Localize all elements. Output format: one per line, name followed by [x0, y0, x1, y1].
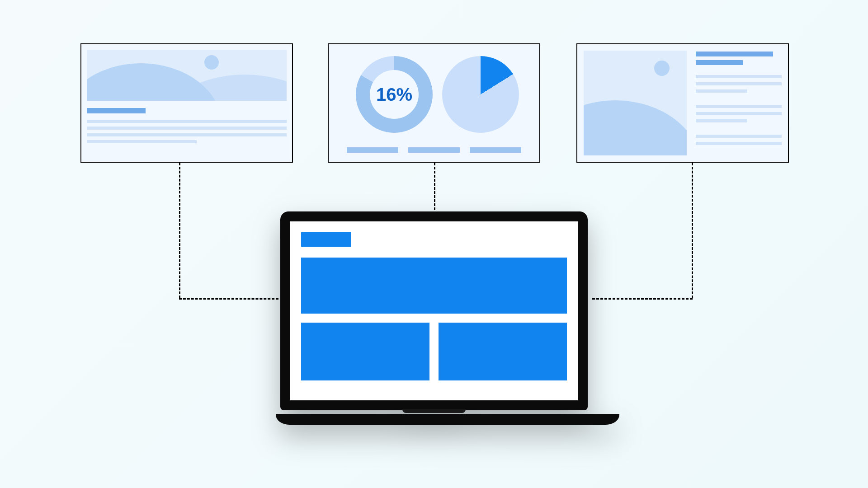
title-placeholder [87, 108, 146, 113]
donut-chart: 16% [356, 56, 433, 133]
connector-line [179, 298, 278, 300]
screen-row [301, 323, 567, 380]
stat-bar [347, 147, 398, 153]
pie-chart [442, 56, 519, 133]
hero-image-placeholder [87, 50, 287, 101]
heading-placeholder [696, 52, 773, 56]
landscape-shape [584, 100, 687, 155]
connector-line [179, 163, 180, 298]
sun-icon [204, 55, 219, 70]
connector-line [692, 163, 693, 298]
card-two-column [576, 43, 789, 163]
image-placeholder [584, 51, 687, 155]
donut-center-label: 16% [370, 70, 419, 119]
card-article [80, 43, 293, 163]
connector-line [434, 163, 435, 210]
pie-slice [442, 56, 519, 133]
card-stats: 16% [328, 43, 540, 163]
heading-placeholder [696, 60, 743, 65]
screen-half-block [439, 323, 567, 380]
laptop-screen [290, 221, 578, 400]
paragraph-placeholder [87, 120, 287, 143]
connector-line [592, 298, 693, 300]
laptop-base [276, 414, 619, 425]
laptop-bezel [280, 211, 588, 410]
text-column [696, 51, 782, 155]
screen-title-block [301, 232, 351, 247]
sun-icon [654, 61, 670, 76]
screen-wide-block [301, 258, 567, 314]
laptop-hinge-notch [402, 409, 466, 413]
laptop-device [276, 211, 592, 425]
screen-half-block [301, 323, 429, 380]
diagram-stage: 16% [0, 0, 868, 488]
stat-bar [408, 147, 460, 153]
stat-bar [470, 147, 521, 153]
stat-bar-row [347, 147, 521, 153]
